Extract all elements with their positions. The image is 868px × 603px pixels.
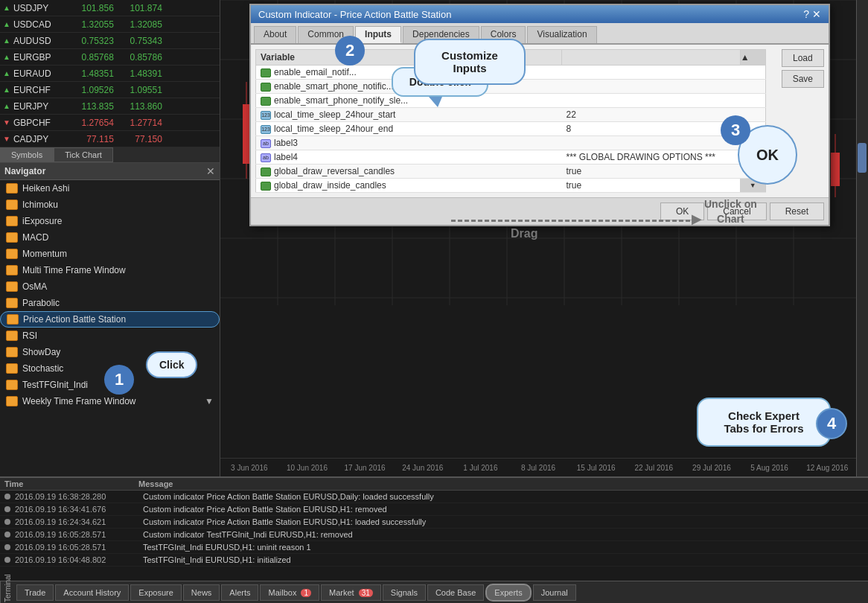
indicator-icon (6, 298, 18, 308)
log-row-1: 2016.09.19 16:38:28.280 Custom indicator… (0, 491, 868, 503)
terminal-label[interactable]: Terminal (0, 581, 15, 604)
nav-item-macd[interactable]: MACD (0, 229, 220, 246)
market-badge: 31 (359, 589, 373, 597)
indicator-icon (6, 183, 18, 194)
reset-button[interactable]: Reset (770, 202, 824, 220)
up-arrow-icon: ▲ (3, 53, 10, 61)
tab-account-history[interactable]: Account History (55, 584, 129, 601)
dialog-title-buttons: ? ✕ (803, 8, 821, 20)
indicator-icon (6, 232, 18, 243)
log-row-4: 2016.09.19 16:05:28.571 Custom indicator… (0, 529, 868, 541)
drag-label: Drag (511, 227, 537, 240)
tab-code-base[interactable]: Code Base (427, 584, 484, 601)
tab-journal[interactable]: Journal (533, 584, 576, 601)
chart-scrollbar[interactable] (856, 0, 868, 476)
tab-market[interactable]: Market 31 (321, 584, 381, 601)
tab-alerts[interactable]: Alerts (221, 584, 258, 601)
table-row[interactable]: 123local_time_sleep_24hour_end 8 (256, 122, 766, 136)
nav-item-multi-time-frame[interactable]: Multi Time Frame Window (0, 262, 220, 278)
dialog-close-button[interactable]: ✕ (812, 8, 821, 20)
col-scroll: ▲ (740, 50, 765, 66)
symbol-list: ▲ USDJPY 101.856 101.874 ▲ USDCAD 1.3205… (0, 0, 220, 147)
indicator-icon (7, 314, 19, 325)
load-button[interactable]: Load (782, 49, 824, 67)
tab-signals[interactable]: Signals (383, 584, 426, 601)
symbol-row-usdjpy[interactable]: ▲ USDJPY 101.856 101.874 (0, 0, 220, 16)
nav-item-price-action-battle-station[interactable]: Price Action Battle Station (0, 311, 220, 328)
scroll-thumb[interactable] (858, 143, 867, 173)
nav-item-heiken-ashi[interactable]: Heiken Ashi (0, 180, 220, 197)
table-row[interactable]: ablabel4 *** GLOBAL DRAWING OPTIONS *** (256, 150, 766, 165)
tab-mailbox[interactable]: Mailbox 1 (260, 584, 319, 601)
tab-inputs[interactable]: Inputs (355, 26, 401, 43)
mailbox-badge: 1 (301, 589, 311, 597)
arrow-head-icon: ▶ (692, 211, 702, 227)
log-row-2: 2016.09.19 16:34:41.676 Custom indicator… (0, 503, 868, 516)
tab-visualization[interactable]: Visualization (527, 26, 596, 43)
customize-inputs-bubble: CustomizeInputs (414, 39, 526, 85)
log-status-dot (4, 506, 10, 512)
indicator-icon (6, 380, 18, 390)
symbol-tabs: Symbols Tick Chart (0, 147, 220, 163)
log-header: Time Message (0, 478, 868, 491)
dialog-help-button[interactable]: ? (803, 8, 809, 20)
log-status-dot (4, 544, 10, 550)
indicator-icon (6, 281, 18, 292)
symbol-row-gbpchf[interactable]: ▼ GBPCHF 1.27654 1.27714 (0, 115, 220, 131)
table-row[interactable]: enable_smart_phone_notify_sle... (256, 94, 766, 108)
nav-item-parabolic[interactable]: Parabolic (0, 295, 220, 311)
log-status-dot (4, 519, 10, 525)
up-arrow-icon: ▲ (3, 102, 10, 110)
up-arrow-icon: ▲ (3, 69, 10, 77)
symbol-row-cadjpy[interactable]: ▼ CADJPY 77.115 77.150 (0, 131, 220, 147)
log-row-5: 2016.09.19 16:05:28.571 TestTFGInit_Indi… (0, 541, 868, 554)
log-panel: Time Message 2016.09.19 16:38:28.280 Cus… (0, 476, 868, 581)
unclick-label: Unclick onChart (704, 197, 757, 226)
indicator-icon (6, 249, 18, 259)
nav-item-momentum[interactable]: Momentum (0, 246, 220, 262)
table-row[interactable]: 123local_time_sleep_24hour_start 22 (256, 108, 766, 122)
tab-trade[interactable]: Trade (16, 584, 54, 601)
down-arrow-icon: ▼ (3, 118, 10, 127)
symbol-row-eurjpy[interactable]: ▲ EURJPY 113.835 113.860 (0, 98, 220, 115)
nav-item-weekly-time-frame[interactable]: Weekly Time Frame Window ▼ (0, 393, 220, 409)
navigator-close-button[interactable]: ✕ (206, 165, 215, 177)
table-row[interactable]: ablabel3 (256, 136, 766, 150)
up-arrow-icon: ▲ (3, 4, 10, 12)
dialog-title-bar[interactable]: Custom Indicator - Price Action Battle S… (251, 5, 829, 23)
log-status-dot (4, 557, 10, 563)
nav-item-osma[interactable]: OsMA (0, 278, 220, 295)
save-button[interactable]: Save (782, 70, 824, 88)
tab-symbols[interactable]: Symbols (0, 147, 54, 162)
tab-news[interactable]: News (183, 584, 220, 601)
up-arrow-icon: ▲ (3, 86, 10, 94)
symbol-row-euraud[interactable]: ▲ EURAUD 1.48351 1.48391 (0, 66, 220, 82)
table-row[interactable]: global_draw_reversal_candles true (256, 165, 766, 179)
nav-item-ichimoku[interactable]: Ichimoku (0, 197, 220, 213)
up-arrow-icon: ▲ (3, 20, 10, 28)
symbol-row-usdcad[interactable]: ▲ USDCAD 1.32055 1.32085 (0, 16, 220, 33)
indicator-icon (6, 347, 18, 357)
down-arrow-icon: ▼ (3, 135, 10, 143)
click-bubble: Click (146, 351, 197, 378)
symbol-row-eurgbp[interactable]: ▲ EURGBP 0.85768 0.85786 (0, 49, 220, 66)
symbol-row-eurchf[interactable]: ▲ EURCHF 1.09526 1.09551 (0, 82, 220, 98)
annotation-4-circle: 4 (816, 408, 847, 439)
tab-about[interactable]: About (254, 26, 296, 43)
log-row-3: 2016.09.19 16:24:34.621 Custom indicator… (0, 516, 868, 529)
bottom-tabs-bar: Terminal Trade Account History Exposure … (0, 581, 868, 603)
symbol-row-audusd[interactable]: ▲ AUDUSD 0.75323 0.75343 (0, 33, 220, 49)
tab-exposure[interactable]: Exposure (130, 584, 181, 601)
tab-experts[interactable]: Experts (485, 584, 531, 602)
dialog-custom-indicator: Custom Indicator - Price Action Battle S… (249, 4, 830, 226)
navigator-title: Navigator (4, 166, 45, 176)
table-row[interactable]: global_draw_inside_candles true ▼ (256, 179, 766, 193)
log-row-6: 2016.09.19 16:04:48.802 TestTFGInit_Indi… (0, 554, 868, 567)
nav-item-rsi[interactable]: RSI (0, 328, 220, 344)
navigator-header: Navigator ✕ (0, 163, 220, 180)
tab-tick-chart[interactable]: Tick Chart (54, 147, 113, 162)
log-status-dot (4, 494, 10, 500)
nav-item-iexposure[interactable]: iExposure (0, 213, 220, 229)
indicator-icon (6, 265, 18, 275)
indicator-icon (6, 363, 18, 374)
